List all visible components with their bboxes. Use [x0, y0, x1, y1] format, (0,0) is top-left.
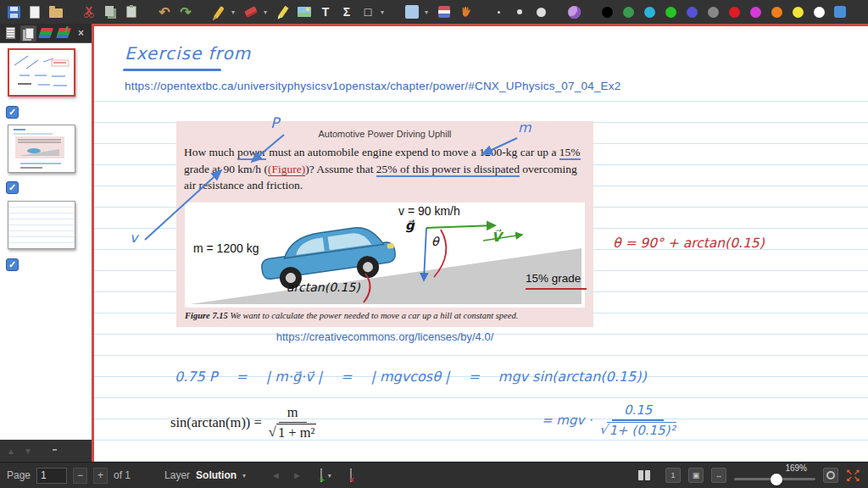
new-page-dropdown[interactable]: ▾ [328, 472, 335, 480]
medium-dot-icon [517, 9, 522, 14]
page-thumbnail-1[interactable] [8, 48, 75, 97]
copy-icon [105, 6, 114, 16]
document-page[interactable]: Exercise from https://opentextbc.ca/univ… [92, 24, 868, 462]
thickness-thick-button[interactable] [532, 3, 549, 21]
layerstack-icon [56, 28, 71, 38]
previous-layer-button[interactable]: ◄ [271, 470, 281, 480]
next-layer-button[interactable]: ► [292, 470, 302, 480]
math-tex-button[interactable]: Σ [338, 3, 355, 21]
color-red-button[interactable] [726, 3, 743, 21]
fill-dropdown[interactable]: ▾ [425, 8, 431, 16]
eraser-icon [244, 6, 258, 18]
hand-icon [459, 6, 472, 19]
page-decrement-button[interactable]: − [73, 468, 87, 484]
pen-tool-button[interactable] [210, 3, 227, 21]
shape-tool-button[interactable]: □ [359, 3, 376, 21]
pen-dropdown[interactable]: ▾ [231, 8, 238, 16]
page-3-checkbox[interactable]: ✓ [6, 258, 19, 271]
color-swatch [814, 7, 825, 18]
figure-reference-link[interactable]: (Figure) [268, 163, 305, 176]
color-swatch [665, 7, 676, 18]
shape-dropdown[interactable]: ▾ [381, 8, 387, 16]
move-page-down-button[interactable]: ▼ [24, 446, 32, 456]
heading-underline-stroke [123, 69, 221, 71]
zoom-slider[interactable]: 169% [734, 463, 815, 488]
page-thumbnail-3[interactable] [8, 201, 75, 249]
page-2-checkbox[interactable]: ✓ [6, 181, 19, 194]
car-diagram: m = 1200 kg v = 90 km/h g⃗ θ V⃗ arctan(0… [185, 202, 585, 308]
vertical-space-icon [438, 6, 450, 18]
zoom-fit-button[interactable]: ▣ [688, 468, 704, 483]
copy-button[interactable] [102, 3, 119, 21]
page-increment-button[interactable]: + [93, 468, 108, 484]
redo-button[interactable]: ↷ [177, 3, 194, 21]
color-blue-button[interactable] [683, 3, 700, 21]
paste-button[interactable] [123, 3, 140, 21]
thickness-fine-button[interactable] [490, 3, 507, 21]
page-count-label: of 1 [114, 469, 131, 481]
layers-icon [38, 28, 53, 38]
color-yellow-button[interactable] [789, 3, 806, 21]
new-page-button[interactable]: + [320, 469, 322, 481]
fill-color-button[interactable] [403, 3, 420, 21]
duplicate-page-button[interactable] [41, 443, 42, 458]
sidebar: × [0, 24, 92, 462]
zoom-select-button[interactable] [823, 468, 838, 483]
save-button[interactable] [5, 3, 22, 21]
eraser-dropdown[interactable]: ▾ [264, 8, 270, 16]
page-label: Page [7, 469, 31, 481]
sidebar-close-button[interactable]: × [73, 25, 89, 42]
tab-page-preview[interactable] [20, 25, 36, 42]
open-button[interactable] [47, 3, 64, 21]
highlighter-tool-button[interactable] [275, 3, 292, 21]
page-thumbnail-2[interactable] [8, 125, 75, 173]
main-toolbar: ↶ ↷ ▾ ▾ T Σ □ ▾ ▾ [0, 0, 868, 24]
zoom-width-button[interactable]: ↔ [711, 468, 726, 483]
power-equation: 0.75 P = | m·g⃗·v⃗ | = | mgvcosθ | = mgv… [175, 369, 647, 385]
color-picker-button[interactable] [832, 3, 849, 21]
color-cyan-button[interactable] [641, 3, 658, 21]
color-magenta-button[interactable] [747, 3, 764, 21]
paired-pages-button[interactable] [638, 470, 650, 480]
vertical-space-button[interactable] [436, 3, 453, 21]
page-number-input[interactable] [36, 468, 67, 484]
zoom-slider-knob[interactable] [771, 474, 782, 485]
thickness-medium-button[interactable] [511, 3, 528, 21]
fullscreen-button[interactable]: ↖ ↗ ↙ ↘ [846, 469, 861, 482]
layer-selector[interactable]: Solution [196, 469, 236, 481]
color-picker-icon [834, 6, 846, 18]
color-green-button[interactable] [620, 3, 637, 21]
move-page-up-button[interactable]: ▲ [7, 446, 15, 456]
tab-layer-preview[interactable] [38, 25, 54, 42]
hand-tool-button[interactable] [457, 3, 474, 21]
color-gray-button[interactable] [704, 3, 721, 21]
text-tool-button[interactable]: T [317, 3, 334, 21]
tab-contents[interactable] [3, 25, 19, 42]
insert-image-button[interactable] [296, 3, 313, 21]
velocity-hand-arrow [483, 235, 522, 241]
cut-button[interactable] [81, 3, 97, 21]
delete-page-button-status[interactable]: × [350, 469, 352, 481]
xournalpp-window: ↶ ↷ ▾ ▾ T Σ □ ▾ ▾ [0, 0, 868, 488]
shape-recognizer-button[interactable] [565, 3, 582, 21]
layer-dropdown[interactable]: ▾ [242, 472, 249, 480]
tab-layerstack-preview[interactable] [55, 25, 71, 42]
color-black-button[interactable] [598, 3, 615, 21]
canvas-area: Exercise from https://opentextbc.ca/univ… [92, 24, 868, 462]
v-annotation: v [130, 230, 137, 246]
thick-dot-icon [537, 8, 546, 17]
undo-button[interactable]: ↶ [156, 3, 173, 21]
zoom-100-button[interactable]: 1 [665, 468, 681, 483]
underlined-power: power [237, 146, 266, 160]
latex-formula: sin(arctan(m)) = m √1 + m² [170, 404, 316, 441]
color-white-button[interactable] [810, 3, 827, 21]
new-document-button[interactable] [26, 3, 43, 21]
eraser-tool-button[interactable] [242, 3, 259, 21]
scissors-icon [83, 6, 95, 18]
color-orange-button[interactable] [768, 3, 785, 21]
page-thumbnail-panel: ✓ ✓ ✓ [0, 42, 92, 440]
mass-label: m = 1200 kg [193, 241, 259, 255]
image-icon [298, 7, 311, 17]
page-1-checkbox[interactable]: ✓ [6, 106, 19, 119]
color-lightgreen-button[interactable] [662, 3, 679, 21]
